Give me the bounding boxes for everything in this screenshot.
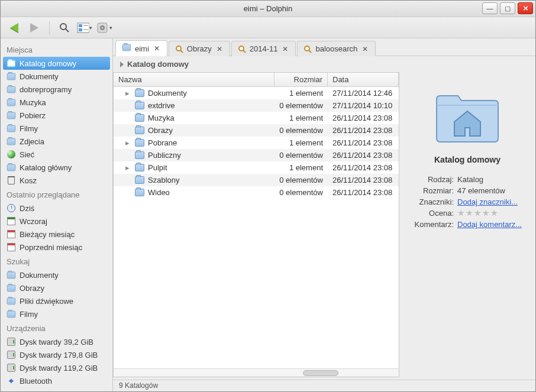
tab[interactable]: Obrazy✕ [169, 41, 230, 56]
table-row[interactable]: Publiczny0 elementów26/11/2014 23:08 [114, 149, 399, 161]
sidebar-item-label: Bieżący miesiąc [20, 230, 75, 239]
folder-icon [7, 59, 16, 68]
table-row[interactable]: Muzyka1 element26/11/2014 23:08 [114, 112, 399, 124]
sidebar-item-label: dobreprogramy [20, 85, 72, 94]
sidebar-item[interactable]: dobreprogramy [1, 83, 112, 96]
folder-icon [7, 163, 16, 172]
row-date: 27/11/2014 10:10 [328, 101, 399, 110]
svg-rect-3 [79, 24, 82, 27]
folder-icon [7, 137, 16, 146]
svg-point-9 [102, 27, 104, 28]
sidebar-item[interactable]: Dokumenty [1, 268, 112, 281]
svg-point-14 [305, 46, 309, 51]
sidebar-item[interactable]: Katalog główny [1, 161, 112, 174]
metadata: Rodzaj:Katalog Rozmiar:47 elementów Znac… [411, 175, 524, 231]
row-date: 26/11/2014 23:08 [328, 188, 399, 197]
row-name: Dokumenty [148, 89, 187, 98]
svg-point-10 [176, 46, 181, 51]
breadcrumb-label: Katalog domowy [127, 60, 189, 69]
minimize-button[interactable]: — [482, 2, 498, 14]
add-tags-link[interactable]: Dodaj znaczniki... [457, 197, 518, 206]
tab-close-icon[interactable]: ✕ [153, 44, 161, 53]
folder-icon [135, 114, 144, 122]
tab[interactable]: eimi✕ [115, 40, 167, 56]
add-comment-link[interactable]: Dodaj komentarz... [457, 220, 522, 229]
back-arrow-icon [10, 23, 18, 33]
tab-close-icon[interactable]: ✕ [361, 45, 369, 53]
sidebar-item[interactable]: Dysk twardy 39,2 GiB [1, 335, 112, 348]
expander-icon[interactable]: ▸ [125, 89, 131, 98]
view-mode-button[interactable]: ▾ [77, 20, 92, 35]
home-folder-icon [432, 90, 503, 143]
breadcrumb[interactable]: Katalog domowy [113, 56, 535, 72]
sidebar-item[interactable]: Pliki dźwiękowe [1, 294, 112, 307]
svg-rect-4 [79, 28, 82, 31]
sidebar-item[interactable]: Zdjecia [1, 135, 112, 148]
size-value: 47 elementów [457, 186, 524, 195]
folder-icon [122, 44, 131, 53]
expander-icon[interactable]: ▸ [125, 138, 131, 147]
folder-icon [135, 164, 144, 171]
folder-icon [135, 89, 144, 97]
sidebar-item[interactable]: Filmy [1, 122, 112, 135]
sidebar-item[interactable]: Dziś [1, 202, 112, 215]
sidebar-item[interactable]: Obrazy [1, 281, 112, 294]
forward-button[interactable] [27, 20, 42, 35]
table-row[interactable]: extdrive0 elementów27/11/2014 10:10 [114, 99, 399, 112]
table-row[interactable]: ▸Dokumenty1 element27/11/2014 12:46 [114, 87, 399, 99]
sidebar-item[interactable]: Pobierz [1, 109, 112, 122]
sidebar-item[interactable]: Dysk twardy 179,8 GiB [1, 348, 112, 361]
table-row[interactable]: ▸Pobrane1 element26/11/2014 23:08 [114, 137, 399, 149]
row-date: 27/11/2014 12:46 [328, 89, 399, 98]
column-size[interactable]: Rozmiar [275, 73, 328, 86]
trash-icon [7, 176, 16, 185]
forward-arrow-icon [30, 23, 38, 33]
folder-icon [7, 296, 16, 306]
sidebar-item[interactable]: Dokumenty [1, 70, 112, 83]
search-button[interactable] [57, 20, 72, 35]
row-name: Muzyka [148, 114, 175, 122]
tab[interactable]: baloosearch✕ [297, 41, 376, 56]
row-size: 0 elementów [275, 188, 328, 197]
sidebar-item[interactable]: Wczoraj [1, 215, 112, 228]
row-name: Wideo [148, 188, 170, 197]
folder-icon [135, 139, 144, 147]
back-button[interactable] [7, 20, 22, 35]
cal-icon [7, 242, 16, 252]
close-button[interactable]: ✕ [518, 2, 533, 14]
comment-label: Komentarz: [411, 220, 457, 229]
tab[interactable]: 2014-11✕ [231, 41, 296, 56]
sidebar-item[interactable]: Kosz [1, 174, 112, 187]
table-row[interactable]: Wideo0 elementów26/11/2014 23:08 [114, 186, 399, 199]
folder-icon [135, 151, 144, 159]
sidebar-item-label: Dysk twardy 179,8 GiB [20, 351, 98, 359]
row-name: Szablony [148, 176, 179, 184]
table-row[interactable]: ▸Pulpit1 element26/11/2014 23:08 [114, 161, 399, 174]
column-date[interactable]: Data [328, 73, 399, 86]
folder-icon [135, 189, 144, 196]
settings-button[interactable]: ▾ [97, 20, 112, 35]
sidebar-item-label: Dysk twardy 119,2 GiB [20, 364, 98, 372]
table-row[interactable]: Obrazy0 elementów26/11/2014 23:08 [114, 124, 399, 137]
sidebar-item[interactable]: Filmy [1, 307, 112, 320]
svg-line-11 [180, 50, 183, 53]
sidebar-item[interactable]: Bieżący miesiąc [1, 228, 112, 241]
scrollbar-thumb[interactable] [303, 370, 338, 376]
sidebar-item[interactable]: Muzyka [1, 96, 112, 109]
sidebar-item[interactable]: Poprzedni miesiąc [1, 241, 112, 254]
column-name[interactable]: Nazwa [114, 73, 275, 86]
expander-icon[interactable]: ▸ [125, 163, 131, 172]
magnifier-icon [59, 22, 70, 34]
row-size: 1 element [275, 89, 328, 98]
sidebar-item[interactable]: Katalog domowy [3, 57, 110, 70]
sidebar-item[interactable]: ⌖Bluetooth [1, 374, 112, 387]
sidebar-item[interactable]: Sieć [1, 148, 112, 161]
table-row[interactable]: Szablony0 elementów26/11/2014 23:08 [114, 174, 399, 186]
tab-close-icon[interactable]: ✕ [281, 45, 289, 53]
sidebar-item[interactable]: Dysk twardy 119,2 GiB [1, 361, 112, 374]
tab-close-icon[interactable]: ✕ [215, 45, 224, 53]
rating-stars[interactable]: ★★★★★ [457, 209, 498, 217]
horizontal-scrollbar[interactable] [114, 368, 399, 377]
maximize-button[interactable]: ▢ [500, 2, 515, 14]
row-date: 26/11/2014 23:08 [328, 151, 399, 160]
